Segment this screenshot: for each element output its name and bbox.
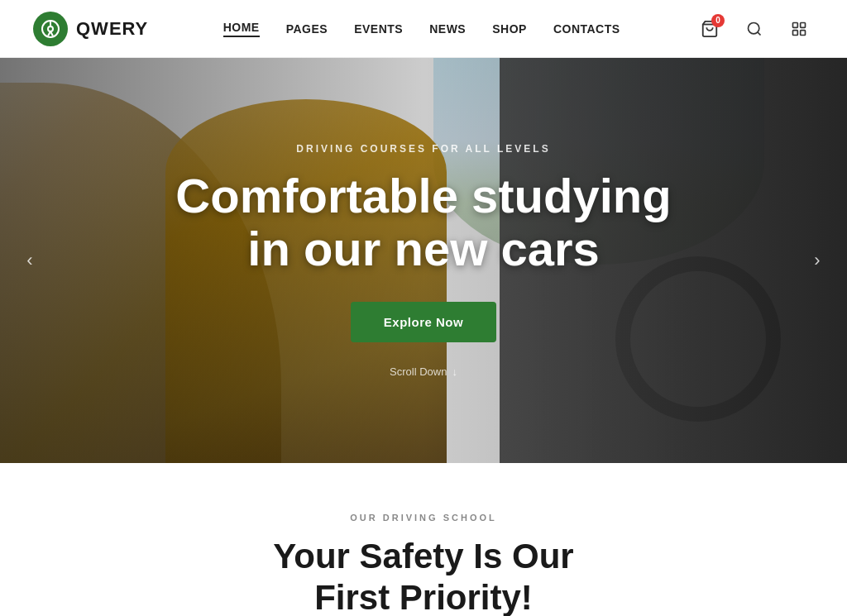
main-nav: HOME PAGES EVENTS NEWS SHOP CONTACTS [223,21,620,37]
steering-wheel-icon [41,19,60,39]
nav-pages[interactable]: PAGES [286,22,328,36]
svg-rect-11 [801,30,806,35]
grid-icon [791,21,807,37]
logo-icon [33,12,68,46]
hero-subtitle: DRIVING COURSES FOR ALL LEVELS [296,143,550,155]
nav-shop[interactable]: SHOP [492,22,527,36]
scroll-down[interactable]: Scroll Down ↓ [390,365,457,378]
search-icon [746,21,763,37]
svg-point-1 [48,26,53,31]
cart-badge: 0 [711,14,725,27]
hero-section: DRIVING COURSES FOR ALL LEVELS Comfortab… [0,58,847,463]
grid-menu-button[interactable] [784,14,814,44]
site-header: QWERY HOME PAGES EVENTS NEWS SHOP CONTAC… [0,0,847,58]
logo-text: QWERY [76,18,148,40]
nav-contacts[interactable]: CONTACTS [553,22,620,36]
nav-home[interactable]: HOME [223,21,260,37]
section-tag: OUR DRIVING SCHOOL [33,513,814,523]
scroll-arrow-icon: ↓ [452,365,457,378]
section-title: Your Safety Is Our First Priority! [33,536,814,616]
svg-rect-9 [801,22,806,27]
svg-rect-10 [793,30,798,35]
svg-rect-8 [793,22,798,27]
nav-news[interactable]: NEWS [429,22,466,36]
header-actions: 0 [695,14,814,44]
svg-point-6 [749,22,759,33]
cart-button[interactable]: 0 [695,14,725,44]
logo[interactable]: QWERY [33,12,148,46]
hero-title: Comfortable studying in our new cars [175,170,671,275]
hero-next-button[interactable]: › [801,244,834,277]
hero-prev-button[interactable]: ‹ [13,244,46,277]
svg-line-7 [758,31,761,35]
intro-section: OUR DRIVING SCHOOL Your Safety Is Our Fi… [0,463,847,616]
hero-content: DRIVING COURSES FOR ALL LEVELS Comfortab… [0,58,847,463]
explore-now-button[interactable]: Explore Now [351,302,496,342]
search-button[interactable] [739,14,769,44]
nav-events[interactable]: EVENTS [354,22,403,36]
chevron-left-icon: ‹ [26,250,32,271]
svg-line-4 [50,31,53,36]
chevron-right-icon: › [814,250,820,271]
